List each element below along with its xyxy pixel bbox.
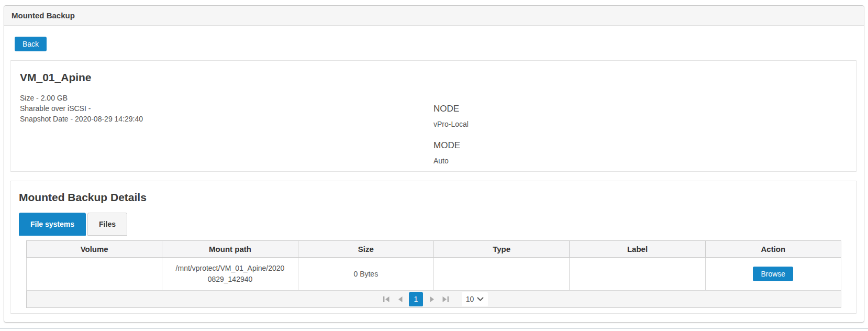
- cell-action: Browse: [705, 258, 841, 291]
- table-row: /mnt/vprotect/VM_01_Apine/20200829_14294…: [27, 258, 841, 291]
- node-value: vPro-Local: [433, 120, 847, 128]
- page-title: Mounted Backup: [12, 11, 75, 20]
- backup-summary-right: NODE vPro-Local MODE Auto: [433, 71, 847, 161]
- mode-label: MODE: [433, 140, 847, 151]
- backup-snapshot-date: Snapshot Date - 2020-08-29 14:29:40: [20, 114, 433, 124]
- tab-bar: File systems Files: [19, 213, 848, 236]
- backup-summary-card: VM_01_Apine Size - 2.00 GB Sharable over…: [10, 60, 857, 172]
- bottom-divider: [0, 328, 868, 329]
- cell-mount-path: /mnt/vprotect/VM_01_Apine/20200829_14294…: [162, 258, 298, 291]
- column-header-size: Size: [298, 241, 433, 258]
- panel-content: Back VM_01_Apine Size - 2.00 GB Sharable…: [4, 26, 864, 314]
- first-page-icon[interactable]: [380, 292, 393, 306]
- mounted-backup-panel: Mounted Backup Back VM_01_Apine Size - 2…: [4, 5, 864, 323]
- mode-value: Auto: [433, 157, 847, 165]
- panel-header: Mounted Backup: [4, 6, 864, 26]
- cell-size: 0 Bytes: [298, 258, 433, 291]
- column-header-type: Type: [433, 241, 569, 258]
- last-page-icon[interactable]: [439, 292, 452, 306]
- mounted-backup-details-card: Mounted Backup Details File systems File…: [10, 181, 857, 314]
- chevron-down-icon: [477, 297, 484, 301]
- tab-files[interactable]: Files: [87, 213, 127, 236]
- backup-iscsi: Sharable over iSCSI -: [20, 103, 433, 114]
- page-size-value: 10: [466, 295, 474, 303]
- tab-file-systems[interactable]: File systems: [19, 213, 86, 236]
- backup-name: VM_01_Apine: [20, 71, 433, 84]
- page-size-select[interactable]: 10: [462, 292, 488, 306]
- node-label: NODE: [433, 104, 847, 114]
- details-title: Mounted Backup Details: [19, 191, 848, 204]
- backup-summary-left: VM_01_Apine Size - 2.00 GB Sharable over…: [20, 71, 433, 161]
- column-header-volume: Volume: [27, 241, 162, 258]
- file-systems-table: Volume Mount path Size Type Label Action…: [26, 240, 841, 291]
- browse-button[interactable]: Browse: [753, 267, 793, 281]
- paginator: 1 10: [26, 291, 841, 308]
- column-header-action: Action: [705, 241, 841, 258]
- column-header-mount-path: Mount path: [162, 241, 298, 258]
- cell-volume: [27, 258, 162, 291]
- column-header-label: Label: [570, 241, 705, 258]
- table-header-row: Volume Mount path Size Type Label Action: [27, 241, 841, 258]
- file-systems-table-wrap: Volume Mount path Size Type Label Action…: [26, 240, 841, 308]
- backup-size: Size - 2.00 GB: [20, 93, 433, 103]
- previous-page-icon[interactable]: [393, 292, 407, 306]
- next-page-icon[interactable]: [425, 292, 439, 306]
- page-number-button[interactable]: 1: [409, 292, 423, 306]
- back-button[interactable]: Back: [15, 37, 47, 51]
- cell-label: [570, 258, 705, 291]
- cell-type: [433, 258, 569, 291]
